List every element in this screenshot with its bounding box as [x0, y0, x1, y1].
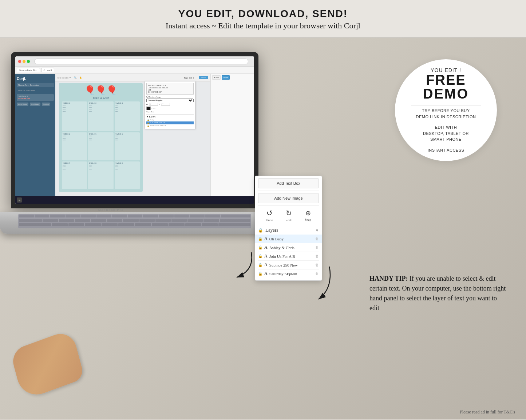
table-4: TABLE 4 namenamename — [62, 132, 87, 160]
demo-divider-1 — [411, 105, 481, 105]
laptop-screen: NoorayParty Te... C · corjl Corjl. Noora… — [15, 56, 254, 204]
start-btn[interactable]: ⊞ — [17, 197, 22, 203]
key — [123, 219, 138, 222]
key — [50, 215, 65, 217]
layer-a-icon-4: A — [264, 262, 268, 268]
snap-item[interactable]: ⊕ Snap — [305, 209, 311, 221]
table-6: TABLE 6 namenamename — [115, 132, 140, 160]
align-icons: ≡ ≡ ≡ — [151, 108, 155, 109]
layer-item-supinos[interactable]: 🔒 A Supinos 250 New 🗑 — [258, 261, 319, 269]
font-select[interactable]: Surround Regular — [146, 99, 194, 102]
size-input[interactable] — [161, 103, 170, 106]
layer-saturday-name: SATURDAY AUGUS... — [150, 125, 167, 127]
save-original-btn[interactable]: Save to Original — [17, 103, 28, 106]
layer-lock-1: 🔒 — [258, 237, 262, 241]
add-text-box-button[interactable]: Add Text Box — [258, 178, 319, 188]
hand-tool[interactable]: ✋ — [79, 76, 82, 79]
height-label: Ht — [146, 104, 148, 105]
online-btn[interactable]: Online — [199, 76, 208, 79]
key — [185, 223, 201, 226]
browser-tab-2[interactable]: C · corjl — [41, 68, 55, 72]
key — [35, 215, 50, 217]
download-btn[interactable]: Download — [42, 103, 50, 106]
layer-delete-5[interactable]: 🗑 — [315, 272, 319, 276]
layer-item-oh-baby[interactable]: 🔒 A Oh Baby 🗑 — [255, 235, 322, 243]
sidebar-templates[interactable]: NoorayParty Templates — [17, 83, 54, 87]
online-btn-2[interactable]: Online — [222, 75, 230, 80]
layer-delete-2[interactable]: 🗑 — [315, 245, 319, 249]
layer-please-row[interactable]: 🔒 A PLEASEJOIN US — [146, 121, 194, 124]
add-new-image-button[interactable]: Add New Image — [258, 193, 319, 203]
banner-headline: YOU EDIT, DOWNLOAD, SEND! — [0, 8, 526, 20]
resize-option-row: Resize as Image — [146, 96, 194, 98]
send-btn[interactable]: ✉ Send — [212, 75, 221, 80]
key — [112, 215, 127, 217]
seating-tables: TABLE 1 namenamenamename TABLE 2 namenam… — [62, 101, 140, 189]
color-swatch[interactable] — [146, 107, 151, 110]
key — [205, 215, 220, 217]
action-buttons: Save to Original Save Changes Download — [17, 103, 54, 106]
size-label: sz — [159, 104, 160, 105]
table-7: TABLE 7 namenamename — [62, 161, 87, 189]
layer-saturday-row[interactable]: 🔒 SATURDAY AUGUS... — [146, 124, 194, 127]
save-changes-btn[interactable]: Save Changes — [30, 103, 40, 106]
key — [221, 215, 250, 217]
height-input[interactable] — [149, 103, 158, 106]
key — [85, 223, 101, 226]
layer-delete-3[interactable]: 🗑 — [315, 254, 319, 258]
undo-item[interactable]: ↺ Undo — [266, 209, 273, 222]
demo-try-before: TRY BEFORE YOU BUY — [422, 108, 470, 114]
table-5: TABLE 5 namenamename — [88, 132, 113, 160]
fp-layers-header[interactable]: 🔒 Layers ▼ — [258, 227, 319, 235]
layer-item-ashley[interactable]: 🔒 A Ashley & Chris 🗑 — [258, 243, 319, 252]
redo-label: Redo — [285, 218, 292, 222]
redo-item[interactable]: ↻ Redo — [285, 209, 292, 222]
layer-a-icon-5: A — [264, 271, 268, 276]
layer-name-oh-baby: Oh Baby — [269, 237, 313, 241]
field-label-1: Field Name # — [18, 95, 53, 97]
key — [91, 219, 106, 222]
layer-name-ashley: Ashley & Chris — [269, 245, 313, 250]
key — [218, 223, 250, 226]
layer-delete-1[interactable]: 🗑 — [315, 237, 319, 241]
key — [52, 223, 68, 226]
key — [107, 219, 122, 222]
footer-text: Please read ad in full for T&C's — [460, 409, 515, 415]
key — [174, 215, 189, 217]
zoom-controls[interactable]: 🔍 — [74, 76, 76, 79]
laptop-body: NoorayParty Te... C · corjl Corjl. Noora… — [11, 52, 258, 208]
table-9: TABLE 9 namenamename — [115, 161, 140, 189]
demo-demo-text: DEMO — [423, 87, 469, 101]
key — [159, 215, 174, 217]
text-content-box[interactable]: PLEASE JOIN US FOR A BRIDAL BRUNCHIN HON… — [146, 83, 194, 95]
layer-name-join: Join Us For A B — [269, 254, 313, 259]
undo-label: Undo — [266, 218, 273, 222]
browser-bar — [15, 56, 254, 67]
layer-lock-4: 🔒 — [258, 263, 262, 267]
demo-free-text: FREE — [426, 73, 466, 87]
key — [118, 223, 134, 226]
resize-checkbox[interactable] — [146, 96, 149, 98]
demo-divider-2 — [411, 122, 481, 122]
key — [220, 219, 250, 222]
layer-name-supinos: Supinos 250 New — [269, 263, 313, 267]
layer-item-saturday[interactable]: 🔒 A Saturday SEptem 🗑 — [258, 269, 319, 278]
key — [202, 223, 218, 226]
url-bar[interactable] — [34, 59, 248, 64]
hand-area — [15, 339, 95, 397]
close-dot — [18, 60, 21, 63]
layer-andy-row[interactable]: 🔒 Andy — [146, 119, 194, 121]
undo-icon: ↺ — [266, 209, 273, 217]
banner-subline: Instant access ~ Edit the template in yo… — [0, 21, 526, 31]
layers-chevron-icon: ▼ — [315, 228, 319, 232]
table-2: TABLE 2 namenamenamename — [88, 101, 113, 131]
free-demo-circle: YOU EDIT ! FREE DEMO TRY BEFORE YOU BUY … — [395, 59, 497, 161]
handy-tip-text: HANDY TIP: If you are unable to select &… — [369, 274, 508, 313]
layer-delete-4[interactable]: 🗑 — [315, 263, 319, 267]
layers-section: ▼ Layers 🔒 Andy 🔒 A PLEASEJOIN US — [146, 114, 194, 127]
browser-tabs: NoorayParty Te... C · corjl — [15, 67, 254, 74]
laptop-keyboard — [18, 214, 251, 228]
key — [139, 219, 155, 222]
browser-tab-1[interactable]: NoorayParty Te... — [17, 68, 40, 72]
layer-item-join[interactable]: 🔒 A Join Us For A B 🗑 — [258, 252, 319, 261]
